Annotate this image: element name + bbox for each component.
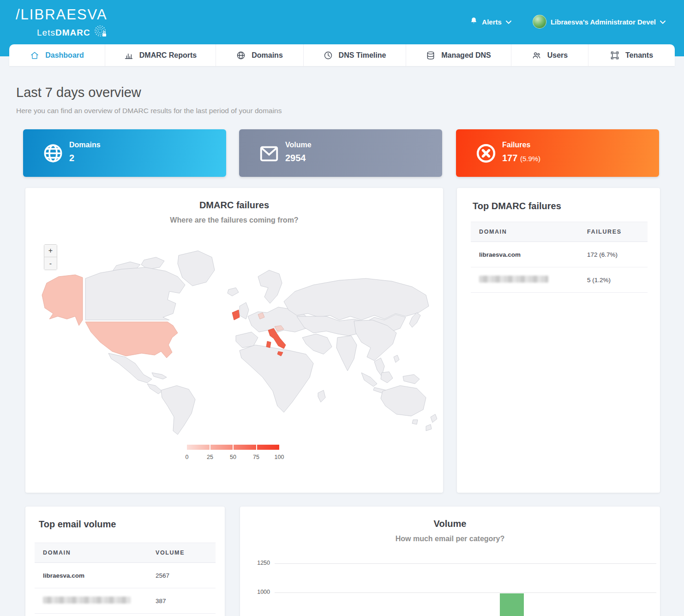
scale-tick: 75 bbox=[253, 454, 259, 460]
gridline-1000 bbox=[275, 592, 656, 593]
chevron-down-icon bbox=[660, 18, 666, 26]
column-header-domain: DOMAIN bbox=[471, 229, 587, 235]
bell-icon bbox=[470, 17, 478, 27]
map-zoom-in-button[interactable]: + bbox=[44, 245, 57, 257]
header-actions: Alerts Libraesva's Administrator Devel bbox=[470, 14, 666, 30]
user-name: Libraesva's Administrator Devel bbox=[551, 18, 656, 26]
bar-series-segment[interactable] bbox=[500, 593, 524, 616]
card-value: 177 (5.9%) bbox=[502, 153, 540, 163]
scale-tick: 25 bbox=[207, 454, 213, 460]
y-axis-tick: 1000 bbox=[242, 589, 270, 595]
card-label: Volume bbox=[285, 141, 312, 149]
volume-cell: 387 bbox=[156, 598, 216, 604]
map-zoom-out-button[interactable]: - bbox=[44, 257, 57, 270]
nav-label: Domains bbox=[252, 51, 283, 60]
top-volume-title: Top email volume bbox=[39, 519, 116, 530]
map-region-ireland bbox=[232, 310, 240, 320]
card-label: Domains bbox=[69, 141, 101, 149]
stat-card-failures[interactable]: Failures 177 (5.9%) bbox=[456, 129, 659, 177]
nav-label: DNS Timeline bbox=[339, 51, 386, 60]
volume-chart-panel: Volume How much email per category? 1250… bbox=[240, 507, 660, 616]
fingerprint-lock-icon bbox=[94, 24, 108, 41]
domain-cell-redacted bbox=[471, 276, 587, 284]
dmarc-failures-map-panel: DMARC failures Where are the failures co… bbox=[25, 188, 443, 493]
alerts-menu[interactable]: Alerts bbox=[470, 17, 511, 27]
map-region-usa bbox=[85, 322, 178, 358]
nav-item-managed-dns[interactable]: Managed DNS bbox=[406, 44, 511, 66]
nav-item-dmarc-reports[interactable]: DMARC Reports bbox=[105, 44, 216, 66]
map-region-sardinia bbox=[266, 341, 271, 348]
column-header-domain: DOMAIN bbox=[35, 550, 156, 556]
clock-icon bbox=[324, 51, 333, 60]
nav-label: Dashboard bbox=[45, 51, 84, 60]
bar-chart-icon bbox=[124, 51, 133, 60]
volume-chart-subtitle: How much email per category? bbox=[240, 535, 660, 543]
column-header-volume: VOLUME bbox=[156, 550, 216, 556]
top-failures-title: Top DMARC failures bbox=[473, 201, 561, 211]
main-nav: Dashboard DMARC Reports Domains DNS Time… bbox=[9, 44, 675, 66]
nav-item-tenants[interactable]: Tenants bbox=[588, 44, 675, 66]
table-row: libraesva.com 2567 bbox=[35, 563, 216, 588]
user-menu[interactable]: Libraesva's Administrator Devel bbox=[533, 15, 666, 29]
card-extra: (5.9%) bbox=[520, 155, 540, 163]
map-panel-subtitle: Where are the failures coming from? bbox=[25, 216, 443, 224]
logo-dmarc: DMARC bbox=[55, 28, 90, 37]
frame-icon bbox=[610, 51, 619, 60]
nav-label: Managed DNS bbox=[441, 51, 491, 60]
nav-label: Users bbox=[547, 51, 568, 60]
scale-tick: 100 bbox=[275, 454, 284, 460]
map-scale-ticks: 0 25 50 75 100 bbox=[187, 454, 279, 461]
y-axis-tick: 1250 bbox=[242, 560, 270, 566]
table-header: DOMAIN FAILURES bbox=[471, 222, 648, 242]
nav-item-dns-timeline[interactable]: DNS Timeline bbox=[304, 44, 406, 66]
database-icon bbox=[426, 51, 435, 60]
top-failures-table: DOMAIN FAILURES libraesva.com 172 (6.7%)… bbox=[471, 222, 648, 293]
nav-item-users[interactable]: Users bbox=[511, 44, 588, 66]
map-region-alaska bbox=[42, 275, 83, 326]
volume-cell: 2567 bbox=[156, 572, 216, 579]
avatar bbox=[533, 15, 546, 29]
libraesva-logo: /LIBRAESVA LetsDMARC bbox=[16, 6, 108, 41]
table-row: libraesva.com 172 (6.7%) bbox=[471, 242, 648, 267]
top-email-volume-panel: Top email volume DOMAIN VOLUME libraesva… bbox=[25, 507, 225, 616]
gridline-1250 bbox=[275, 563, 656, 564]
redacted-text bbox=[43, 597, 131, 604]
table-row: 5 (1.2%) bbox=[471, 267, 648, 293]
stat-card-domains[interactable]: Domains 2 bbox=[23, 129, 226, 177]
failures-cell: 5 (1.2%) bbox=[587, 277, 648, 284]
globe-icon bbox=[42, 143, 64, 166]
volume-chart-title: Volume bbox=[240, 507, 660, 529]
logo-lets: Lets bbox=[37, 28, 55, 37]
card-label: Failures bbox=[502, 141, 540, 149]
alerts-label: Alerts bbox=[482, 18, 502, 26]
users-icon bbox=[532, 51, 541, 60]
domain-cell: libraesva.com bbox=[35, 572, 156, 579]
table-row: 387 bbox=[35, 588, 216, 614]
card-value: 2 bbox=[69, 153, 101, 163]
logo-product-name: LetsDMARC bbox=[37, 24, 108, 41]
map-color-scale bbox=[187, 445, 279, 450]
map-zoom-controls: + - bbox=[44, 244, 57, 270]
nav-item-dashboard[interactable]: Dashboard bbox=[9, 44, 105, 66]
nav-item-domains[interactable]: Domains bbox=[216, 44, 304, 66]
stat-card-volume[interactable]: Volume 2954 bbox=[239, 129, 442, 177]
nav-label: Tenants bbox=[625, 51, 653, 60]
domain-cell-redacted bbox=[35, 597, 156, 605]
scale-tick: 0 bbox=[186, 454, 189, 460]
chevron-down-icon bbox=[506, 18, 511, 26]
page-subtitle: Here you can find an overview of DMARC r… bbox=[16, 107, 282, 115]
redacted-text bbox=[479, 276, 548, 283]
page-title: Last 7 days overview bbox=[16, 85, 141, 100]
x-circle-icon bbox=[475, 143, 497, 166]
scale-tick: 50 bbox=[230, 454, 236, 460]
map-panel-title: DMARC failures bbox=[25, 188, 443, 211]
world-choropleth-map[interactable] bbox=[31, 247, 437, 441]
logo-wordmark: /LIBRAESVA bbox=[16, 6, 108, 23]
domain-cell: libraesva.com bbox=[471, 251, 587, 258]
table-header: DOMAIN VOLUME bbox=[35, 543, 216, 563]
card-value: 2954 bbox=[285, 153, 312, 163]
failures-cell: 172 (6.7%) bbox=[587, 251, 648, 258]
column-header-failures: FAILURES bbox=[587, 229, 648, 235]
nav-label: DMARC Reports bbox=[139, 51, 197, 60]
home-icon bbox=[30, 51, 39, 60]
